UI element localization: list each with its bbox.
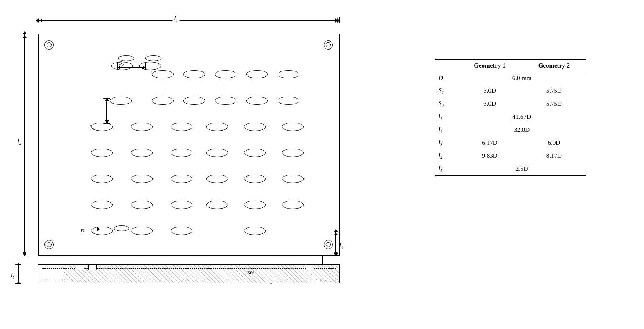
hole: [246, 70, 268, 78]
d-label-inside: D: [80, 227, 84, 234]
plate: S2 S1 D: [38, 34, 340, 256]
s1-arrow-down: [105, 120, 109, 123]
bolt-top-right: [324, 40, 333, 50]
table-cell-g1: 6.17D: [457, 136, 522, 149]
hole: [244, 149, 266, 157]
hole: [206, 201, 228, 209]
hole: [183, 97, 205, 105]
table-cell-param: S1: [435, 84, 457, 97]
l5-arrow-down: [17, 282, 20, 284]
hole: [91, 175, 113, 183]
hole: [278, 70, 299, 78]
hole: [282, 123, 304, 131]
slot-tab-2: [88, 265, 97, 270]
engineering-drawing: l1 l2: [0, 0, 377, 329]
table-cell-g1: 3.0D: [457, 97, 522, 110]
side-view: [38, 264, 340, 283]
s1-arrow-up: [105, 98, 109, 101]
l4-dim-line: [335, 231, 336, 256]
l1-label: l1: [173, 15, 180, 23]
geometry-table: Geometry 1 Geometry 2 D6.0 mmS13.0D5.75D…: [435, 59, 586, 176]
s1-dim-line: [106, 98, 107, 123]
table-row: S13.0D5.75D: [435, 84, 586, 97]
hole: [244, 175, 266, 183]
hole: [206, 175, 228, 183]
table-header-param: [435, 59, 457, 72]
slot-tab-3: [306, 265, 314, 270]
table-row: l36.17D6.0D: [435, 136, 586, 149]
hole: [244, 201, 266, 209]
s1-tick-top: [103, 98, 110, 99]
s2-arrow-right: [143, 65, 145, 70]
table-cell-g1: 3.0D: [457, 84, 522, 97]
s2-arrow-left: [117, 65, 120, 70]
hole: [171, 123, 192, 131]
table-cell-g1: 2.5D: [457, 162, 586, 176]
l1-arrow-left: [36, 18, 39, 23]
angle-label: 30°: [247, 269, 255, 276]
table-cell-param: l2: [435, 123, 457, 136]
table-row: l49.83D8.17D: [435, 149, 586, 162]
l2-arrow-down: [23, 253, 27, 256]
side-dashed-top: [42, 268, 336, 269]
table-cell-param: l4: [435, 149, 457, 162]
hole: [282, 201, 304, 209]
l4-label: l4: [340, 242, 343, 250]
l4-arrow-down: [334, 253, 338, 256]
hole: [171, 175, 192, 183]
hole: [206, 123, 228, 131]
side-dashed-bottom: [42, 279, 336, 279]
hole: [282, 149, 304, 157]
hole: [282, 175, 304, 183]
hole: [206, 149, 228, 157]
hole: [183, 70, 205, 78]
hole: [244, 227, 266, 235]
l4-arrow-up: [334, 229, 338, 232]
hole: [131, 227, 153, 235]
table-cell-g1: 6.0 mm: [457, 72, 586, 85]
table-cell-g1: 41.67D: [457, 110, 586, 123]
hole: [91, 201, 113, 209]
hole: [131, 201, 153, 209]
diagram-container: l1 l2: [13, 8, 365, 285]
hole: [215, 70, 236, 78]
table-header-geo1: Geometry 1: [457, 59, 522, 72]
hole: [131, 149, 153, 157]
right-panel: Geometry 1 Geometry 2 D6.0 mmS13.0D5.75D…: [377, 0, 644, 329]
l5-label: l5: [11, 272, 14, 279]
table-cell-g2: 6.0D: [522, 136, 586, 149]
hole: [110, 97, 132, 105]
table-cell-g2: 5.75D: [522, 84, 586, 97]
table-cell-param: D: [435, 72, 457, 85]
table-cell-g1: 32.0D: [457, 123, 586, 136]
table-cell-g2: 8.17D: [522, 149, 586, 162]
table-row: D6.0 mm: [435, 72, 586, 85]
bolt-top-left: [44, 40, 54, 50]
hatch-pattern: [63, 265, 340, 283]
bolt-bottom-left: [44, 240, 54, 249]
l5-arrow-up: [17, 263, 20, 265]
s2-dim-line: [117, 67, 145, 68]
s1-tick-bottom: [103, 123, 110, 124]
hole: [91, 149, 113, 157]
hole-d-labeled: [114, 225, 129, 231]
hole: [152, 97, 174, 105]
table-header-geo2: Geometry 2: [522, 59, 586, 72]
s2-tick-left: [117, 62, 118, 70]
s2-tick-right: [145, 62, 146, 70]
hole: [171, 201, 192, 209]
l2-label: l2: [17, 138, 22, 146]
hole: [131, 123, 153, 131]
hole: [131, 175, 153, 183]
hole: [171, 149, 192, 157]
table-cell-param: l1: [435, 110, 457, 123]
table-cell-g2: 5.75D: [522, 97, 586, 110]
d-arrow-head: [97, 227, 100, 231]
table-row: l232.0D: [435, 123, 586, 136]
hole: [152, 70, 174, 78]
slot-tab-1: [76, 265, 84, 270]
table-row: l52.5D: [435, 162, 586, 176]
table-cell-param: l5: [435, 162, 457, 176]
table-row: S23.0D5.75D: [435, 97, 586, 110]
hole: [215, 97, 236, 105]
